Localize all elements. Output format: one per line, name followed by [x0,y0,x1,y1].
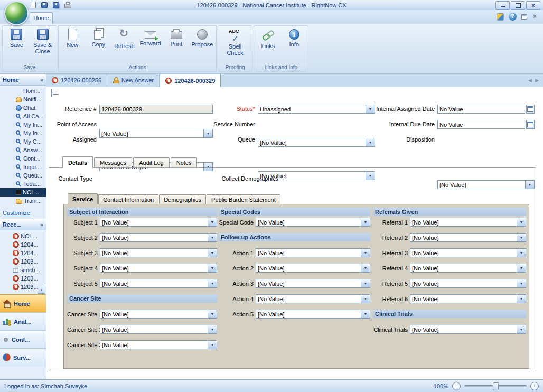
dropdown-field[interactable]: [No Value] [256,248,370,257]
service-tab[interactable]: Service [68,193,98,204]
restore-window-icon[interactable] [521,14,527,20]
zoom-slider-thumb[interactable] [493,382,499,390]
dropdown-field[interactable]: [No Value] [256,264,370,273]
dropdown-button[interactable] [208,279,217,287]
dropdown-button[interactable] [361,218,370,226]
maximize-button[interactable] [511,1,525,10]
dropdown-button[interactable] [208,234,217,241]
minimize-button[interactable] [495,1,510,10]
dropdown-button[interactable] [208,325,217,333]
nav-tree-item[interactable]: Train... [0,197,46,205]
nav-tree-item[interactable]: My In... [0,129,46,137]
scroll-down-button[interactable]: ▼ [38,286,45,294]
recent-item[interactable]: simch... [0,266,46,274]
sidebar-nav-button[interactable]: Surv... [0,348,46,366]
nav-tree-item[interactable]: My C... [0,137,46,146]
status-select[interactable]: Unassigned [258,105,375,114]
dropdown-field[interactable]: [No Value] [100,310,217,319]
nav-tree-item[interactable]: Notifi... [0,95,46,104]
dropdown-field[interactable]: [No Value] [256,279,370,288]
recent-item[interactable]: 1204... [0,249,46,257]
date-input[interactable]: No Value [437,105,525,114]
dropdown-button[interactable] [361,264,370,272]
save-icon[interactable] [41,2,48,8]
details-tab[interactable]: Notes [171,157,198,167]
help-icon[interactable] [509,13,517,21]
dropdown-button[interactable] [208,341,217,349]
nav-tree-item[interactable]: My In... [0,120,46,129]
ribbon-button[interactable]: Forward [138,26,163,64]
dropdown-field[interactable]: [No Value] [100,264,217,273]
dropdown-field[interactable]: [No Value] [100,279,217,288]
print-icon[interactable] [64,4,71,8]
dropdown-button[interactable] [361,279,370,287]
ribbon-button[interactable]: Links [255,26,280,64]
nav-tree-item[interactable]: Queu... [0,171,46,180]
dropdown-button[interactable] [517,249,526,257]
data-sync-icon[interactable] [497,13,504,21]
ribbon-button[interactable]: New [60,26,85,64]
recent-item[interactable]: NCI-... [0,232,46,240]
close-button[interactable]: × [526,1,540,10]
ribbon-button[interactable]: Refresh [111,26,137,64]
recent-item[interactable]: 1203... [0,257,46,266]
dropdown-button[interactable] [517,325,526,333]
zoom-slider[interactable] [464,385,527,387]
zoom-out-button[interactable]: − [452,382,461,390]
sidebar-nav-button[interactable]: Conf... [0,330,46,348]
save-all-icon[interactable] [53,2,59,8]
tab-scroll-left-button[interactable]: ◀ [528,78,532,83]
dropdown-field[interactable]: [No Value] [100,248,217,257]
dropdown-field[interactable]: [No Value] [410,325,526,334]
nav-tree-item[interactable]: Hom... [0,87,46,95]
ribbon-button[interactable]: Propose [190,26,215,64]
details-tab[interactable]: Messages [94,157,132,167]
service-number-select[interactable]: [No Value] [258,138,375,147]
dropdown-button[interactable] [517,295,526,303]
dropdown-field[interactable]: [No Value] [410,233,526,242]
document-tab[interactable]: 120426-000256 [46,74,107,87]
collapse-sidebar-button[interactable]: « [40,77,43,83]
service-tab[interactable]: Contact Information [98,194,158,204]
ribbon-button[interactable]: Save & Close [30,26,55,64]
dropdown-button[interactable] [517,218,526,226]
tab-scroll-right-button[interactable]: ▶ [535,78,539,83]
nav-tree-item[interactable]: Toda... [0,180,46,188]
calendar-button[interactable] [526,105,535,114]
ribbon-button[interactable]: Save [4,26,29,64]
nav-tree-item[interactable]: All Ca... [0,112,46,120]
dropdown-field[interactable]: [No Value] [100,340,217,349]
details-tab[interactable]: Audit Log [133,157,169,167]
flag-icon[interactable] [51,89,58,97]
dropdown-button[interactable] [517,279,526,287]
ribbon-button[interactable]: Print [164,26,189,64]
sidebar-nav-button[interactable]: Home [0,294,46,312]
dropdown-button[interactable] [517,234,526,241]
document-tab[interactable]: New Answer [107,74,160,87]
dropdown-field[interactable]: [No Value] [100,233,217,242]
dropdown-field[interactable]: [No Value] [100,325,217,334]
ribbon-button[interactable]: Info [282,26,307,64]
service-tab[interactable]: Demographics [159,194,206,204]
point-of-access-select[interactable]: [No Value] [99,129,213,138]
dropdown-button[interactable] [361,249,370,257]
service-tab[interactable]: Public Burden Statement [207,194,280,204]
dropdown-button[interactable] [208,249,217,257]
calendar-button[interactable] [526,120,535,129]
dropdown-button[interactable] [208,264,217,272]
nav-tree-item[interactable]: Answ... [0,146,46,154]
date-input[interactable]: No Value [437,120,525,129]
dropdown-field[interactable]: [No Value] [410,218,526,227]
zoom-in-button[interactable]: + [530,382,539,390]
dropdown-field[interactable]: [No Value] [256,218,370,227]
sidebar-nav-button[interactable]: Anal... [0,312,46,330]
dropdown-button[interactable] [517,264,526,272]
nav-tree-item[interactable]: Cont... [0,154,46,163]
application-menu-button[interactable] [4,1,29,25]
dropdown-field[interactable]: [No Value] [410,294,526,303]
customize-link[interactable]: Customize [3,210,30,216]
recent-item[interactable]: 1204... [0,240,46,249]
close-document-icon[interactable]: × [532,14,538,20]
dropdown-button[interactable] [208,218,217,226]
details-tab[interactable]: Details [62,156,93,168]
